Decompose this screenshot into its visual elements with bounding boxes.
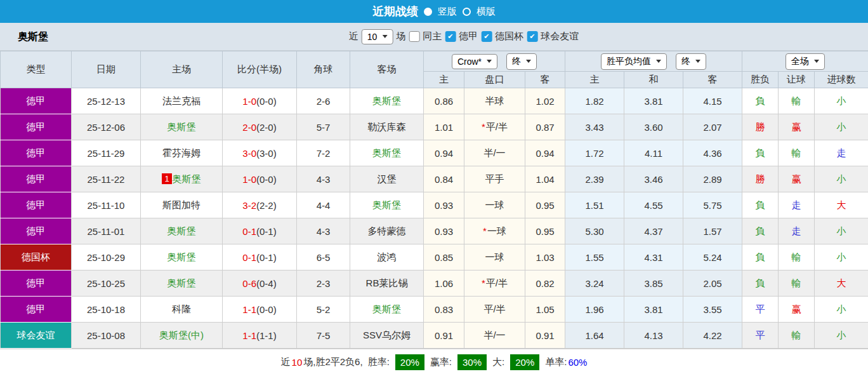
odds-time-select[interactable]: 终 xyxy=(506,53,537,70)
type-badge: 德甲 xyxy=(1,114,72,140)
odds-group-header: Crow* 终 xyxy=(424,51,565,72)
col-odds-home: 主 xyxy=(424,72,464,88)
result-text: 負 xyxy=(756,225,765,236)
score-cell: 1-1(1-1) xyxy=(223,323,297,349)
horizontal-layout-radio[interactable] xyxy=(463,8,471,16)
corner-cell: 4-4 xyxy=(297,192,350,218)
club-friendly-checkbox[interactable] xyxy=(527,31,537,42)
avg-time-value: 终 xyxy=(681,56,690,67)
home-team-cell: 斯图加特 xyxy=(141,192,223,218)
bundesliga-checkbox[interactable] xyxy=(445,31,456,42)
corner-cell: 5-2 xyxy=(297,297,350,323)
same-home-checkbox[interactable] xyxy=(409,31,419,42)
avg-time-select[interactable]: 终 xyxy=(676,53,706,70)
handicap-text: 一球 xyxy=(487,225,506,236)
bundesliga-label[interactable]: 德甲 xyxy=(459,30,478,43)
score-cell: 3-0(3-0) xyxy=(223,140,297,166)
avg-draw-cell: 4.13 xyxy=(624,323,683,349)
avg-type-value: 胜平负均值 xyxy=(607,56,651,67)
filter-controls: 近 10 场 同主 德甲 德国杯 球会友谊 xyxy=(349,29,579,44)
odds-away-cell: 0.95 xyxy=(525,218,565,244)
single-rate-label: 单率: xyxy=(545,356,567,368)
col-score: 比分(半场) xyxy=(223,51,297,88)
avg-home-cell: 3.24 xyxy=(565,270,624,297)
date-cell: 25-11-29 xyxy=(72,140,141,166)
away-team-name: 波鸿 xyxy=(378,251,397,262)
fulltime-score: 1-1 xyxy=(242,330,256,341)
halftime-score: (0-0) xyxy=(256,174,277,185)
avg-draw-cell: 3.60 xyxy=(624,114,683,140)
away-team-name: SSV乌尔姆 xyxy=(363,330,411,340)
odds-company-select[interactable]: Crow* xyxy=(452,54,497,69)
avg-type-select[interactable]: 胜平负均值 xyxy=(601,53,667,70)
goal-text: 小 xyxy=(837,330,846,340)
handicap-cell: *平/半 xyxy=(464,270,525,297)
odds-home-cell: 0.83 xyxy=(424,297,464,323)
score-cell: 1-0(0-0) xyxy=(223,166,297,192)
period-select[interactable]: 全场 xyxy=(786,53,825,70)
corner-cell: 4-3 xyxy=(297,218,350,244)
win-rate-label: 胜率: xyxy=(368,356,390,368)
away-team-name: 勒沃库森 xyxy=(368,121,406,132)
date-cell: 25-11-22 xyxy=(72,166,141,192)
date-cell: 25-10-18 xyxy=(72,297,141,323)
home-team-name: 法兰克福 xyxy=(162,95,201,106)
handicap-text: 平手 xyxy=(485,173,504,184)
near-text: 近 xyxy=(281,356,291,368)
vertical-layout-label[interactable]: 竖版 xyxy=(438,6,457,18)
odds-home-cell: 0.93 xyxy=(424,192,464,218)
corner-cell: 5-7 xyxy=(297,114,350,140)
odds-away-cell: 1.05 xyxy=(525,297,565,323)
handicap-text: 半/一 xyxy=(483,330,505,340)
result-text: 勝 xyxy=(756,121,765,132)
avg-home-cell: 1.72 xyxy=(565,140,624,166)
period-value: 全场 xyxy=(791,56,809,67)
club-friendly-label[interactable]: 球会友谊 xyxy=(541,30,579,43)
home-team-cell: 奥斯堡 xyxy=(141,244,223,270)
away-team-cell: 奥斯堡 xyxy=(350,192,424,218)
odds-home-cell: 0.91 xyxy=(424,323,464,349)
date-cell: 25-12-06 xyxy=(72,114,141,140)
fulltime-score: 2-0 xyxy=(242,122,256,133)
big-rate-label: 大: xyxy=(492,356,504,368)
avg-home-cell: 1.51 xyxy=(565,192,624,218)
match-count-select[interactable]: 10 xyxy=(362,29,393,44)
type-badge: 德甲 xyxy=(1,166,72,192)
avg-home-cell: 1.82 xyxy=(565,88,624,114)
handicap-cell: *一球 xyxy=(464,218,525,244)
away-team-cell: 奥斯堡 xyxy=(350,88,424,114)
corner-cell: 2-6 xyxy=(297,88,350,114)
match-count-value: 10 xyxy=(367,32,378,42)
same-home-label[interactable]: 同主 xyxy=(423,30,442,43)
goal-text: 小 xyxy=(837,121,846,132)
german-cup-label[interactable]: 德国杯 xyxy=(495,30,523,43)
home-team-name: 奥斯堡 xyxy=(168,251,196,262)
german-cup-checkbox[interactable] xyxy=(481,31,492,42)
avg-draw-cell: 4.55 xyxy=(624,192,683,218)
result-group-header: 全场 xyxy=(742,51,868,72)
home-team-cell: 科隆 xyxy=(141,297,223,323)
horizontal-layout-label[interactable]: 横版 xyxy=(477,6,496,18)
handicap-cell: *平/半 xyxy=(464,114,525,140)
score-cell: 0-6(0-4) xyxy=(223,270,297,297)
halftime-score: (0-0) xyxy=(256,304,277,315)
let-cell: 赢 xyxy=(779,297,815,323)
home-team-cell: 霍芬海姆 xyxy=(141,140,223,166)
avg-draw-cell: 4.37 xyxy=(624,218,683,244)
summary-text: 场,胜2平2负6, xyxy=(303,356,362,368)
handicap-cell: 半/一 xyxy=(464,140,525,166)
avg-away-cell: 2.07 xyxy=(683,114,742,140)
table-row: 德甲 25-11-10 斯图加特 3-2(2-2) 4-4 奥斯堡 0.93 一… xyxy=(1,192,868,218)
col-away: 客场 xyxy=(350,51,424,88)
handicap-text: 半球 xyxy=(485,95,504,106)
date-cell: 25-10-29 xyxy=(72,244,141,270)
table-row: 德甲 25-10-25 奥斯堡 0-6(0-4) 2-3 RB莱比锡 1.06 … xyxy=(1,270,868,297)
goal-cell: 大 xyxy=(815,270,868,297)
avg-home-cell: 3.43 xyxy=(565,114,624,140)
handicap-text: 平/半 xyxy=(483,304,505,314)
odds-away-cell: 1.02 xyxy=(525,88,565,114)
result-cell: 平 xyxy=(742,297,779,323)
halftime-score: (0-4) xyxy=(256,278,277,289)
col-home: 主场 xyxy=(141,51,223,88)
vertical-layout-radio[interactable] xyxy=(424,8,432,16)
